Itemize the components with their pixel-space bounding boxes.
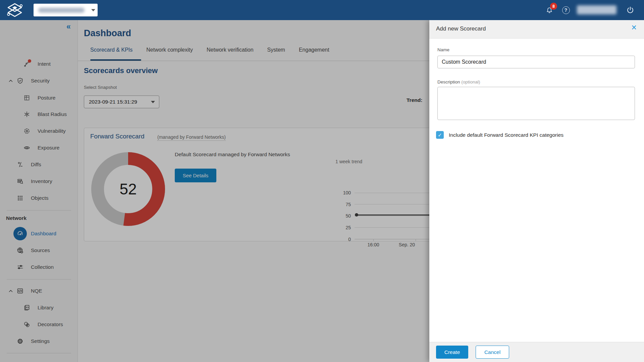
forward-networks-logo-icon [6,3,24,17]
username-redacted[interactable] [577,5,616,14]
cancel-button[interactable]: Cancel [476,346,509,359]
app-root: 8 ? « Intent [0,0,644,362]
panel-footer: Create Cancel [429,342,644,362]
name-input[interactable] [437,56,635,68]
description-label: Description (optional) [437,79,480,84]
help-button[interactable]: ? [559,0,572,20]
panel-title: Add new Scorecard [436,25,486,32]
add-scorecard-panel: Add new Scorecard × Name Description (op… [429,20,644,362]
checkbox-checked-icon[interactable] [436,131,444,139]
org-selector[interactable] [34,4,98,16]
name-label: Name [437,47,449,52]
description-textarea[interactable] [437,87,635,120]
notification-count-badge: 8 [550,3,557,10]
top-bar: 8 ? [0,0,644,20]
include-default-kpi-row[interactable]: Include default Forward Scorecard KPI ca… [436,131,564,139]
overlay-scrim[interactable] [0,20,429,362]
org-selector-caret-icon[interactable] [89,4,98,16]
org-selector-redacted-text [38,8,85,13]
checkbox-label: Include default Forward Scorecard KPI ca… [449,132,564,138]
panel-header: Add new Scorecard × [429,20,644,39]
notifications-button[interactable]: 8 [543,0,556,20]
logout-button[interactable] [623,0,637,20]
help-icon: ? [562,6,570,14]
close-icon[interactable]: × [631,23,637,32]
power-icon [626,6,634,14]
create-button[interactable]: Create [436,346,468,359]
